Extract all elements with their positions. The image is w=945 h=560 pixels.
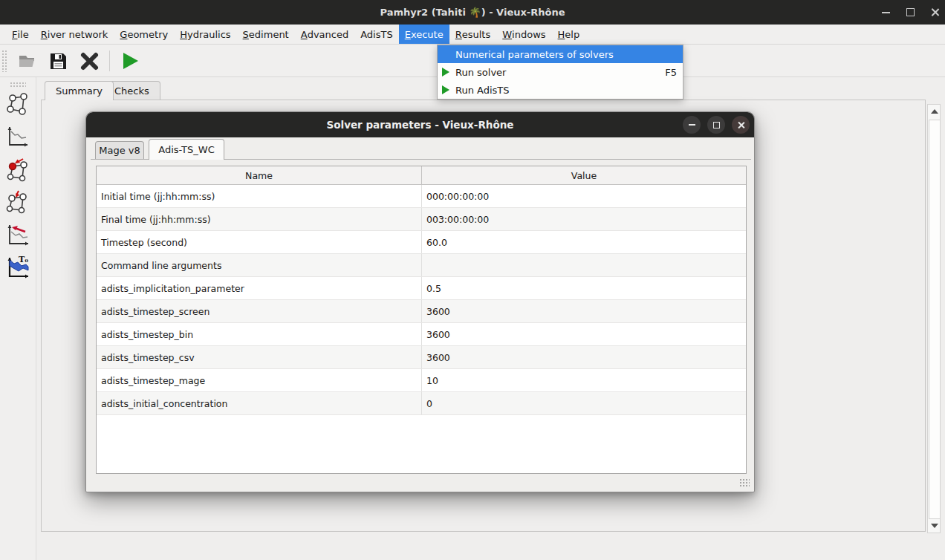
menu-results[interactable]: Results [449,25,497,44]
hydrograph-icon[interactable] [5,123,30,150]
parameters-table: Name Value Initial time (jj:hh:mm:ss)000… [96,166,747,474]
menu-item-numerical-parameters[interactable]: Numerical parameters of solvers [438,45,683,63]
run-icon[interactable] [119,50,141,72]
dialog-title: Solver parameters - Vieux-Rhône [86,112,754,137]
close-icon[interactable] [931,8,939,16]
menu-item-run-solver[interactable]: Run solver F5 [438,63,683,81]
scrollbar-thumb[interactable] [929,120,941,519]
open-folder-icon[interactable] [16,50,38,72]
execute-menu: Numerical parameters of solvers Run solv… [437,45,683,100]
left-toolbar-drag-handle[interactable] [10,82,26,87]
reverse-profile-icon[interactable] [5,221,30,248]
tab-summary[interactable]: Summary [45,81,114,100]
save-icon[interactable] [47,50,69,72]
table-row[interactable]: adists_initial_concentration0 [97,392,746,415]
column-header-name[interactable]: Name [97,166,422,184]
dialog-titlebar[interactable]: Solver parameters - Vieux-Rhône [86,112,754,137]
menu-hydraulics[interactable]: Hydraulics [174,25,236,44]
current-reach-icon[interactable] [5,156,30,183]
dialog-tab-adists[interactable]: Adis-TS_WC [149,139,224,160]
initial-conditions-icon[interactable]: T₀ [5,254,30,281]
minimize-icon[interactable] [882,12,890,13]
svg-text:T₀: T₀ [19,255,28,264]
resize-grip[interactable] [739,478,750,487]
menu-item-run-adists[interactable]: Run AdisTS [438,81,683,99]
maximize-icon[interactable] [906,8,915,16]
vertical-scrollbar[interactable] [927,104,941,533]
shortcut-label: F5 [665,67,677,78]
dialog-tab-mage[interactable]: Mage v8 [95,141,144,159]
table-row[interactable]: adists_timestep_mage10 [97,369,746,392]
menu-advanced[interactable]: Advanced [295,25,354,44]
add-node-icon[interactable] [5,189,30,215]
window-title: Pamhyr2 (Tahiti 🌴) - Vieux-Rhône [0,0,945,25]
left-toolbar: T₀ [0,77,36,560]
dialog-close-icon[interactable] [732,116,750,134]
table-row[interactable]: adists_implicitation_parameter0.5 [97,277,746,300]
table-row[interactable]: Timestep (second)60.0 [97,231,746,254]
menu-file[interactable]: File [6,25,35,44]
menu-help[interactable]: Help [552,25,586,44]
river-network-icon[interactable] [5,91,30,117]
table-row[interactable]: Final time (jj:hh:mm:ss)003:00:00:00 [97,208,746,231]
table-header: Name Value [97,166,746,185]
toolbar-separator [109,51,110,71]
close-study-icon[interactable] [78,50,100,72]
scroll-up-icon[interactable] [931,109,938,114]
menu-adists[interactable]: AdisTS [354,25,399,44]
menu-river-network[interactable]: River network [35,25,114,44]
menu-windows[interactable]: Windows [496,25,551,44]
menu-sediment[interactable]: Sediment [237,25,295,44]
menu-geometry[interactable]: Geometry [114,25,174,44]
toolbar-drag-handle[interactable] [1,50,7,72]
application-window: Pamhyr2 (Tahiti 🌴) - Vieux-Rhône File Ri… [0,0,945,560]
column-header-value[interactable]: Value [422,166,746,184]
dialog-minimize-icon[interactable] [683,116,701,134]
menubar: File River network Geometry Hydraulics S… [0,25,945,45]
window-titlebar: Pamhyr2 (Tahiti 🌴) - Vieux-Rhône [0,0,945,25]
table-row[interactable]: adists_timestep_csv3600 [97,346,746,369]
table-row[interactable]: adists_timestep_bin3600 [97,323,746,346]
solver-parameters-dialog: Solver parameters - Vieux-Rhône Mage v8 … [85,111,755,492]
scroll-down-icon[interactable] [931,524,938,528]
play-icon [442,85,449,94]
window-controls [882,0,939,25]
menu-execute[interactable]: Execute [399,25,449,44]
table-row[interactable]: Command line arguments [97,254,746,277]
dialog-maximize-icon[interactable] [707,116,725,134]
play-icon [442,68,449,76]
table-row[interactable]: Initial time (jj:hh:mm:ss)000:00:00:00 [97,185,746,208]
table-row[interactable]: adists_timestep_screen3600 [97,300,746,323]
